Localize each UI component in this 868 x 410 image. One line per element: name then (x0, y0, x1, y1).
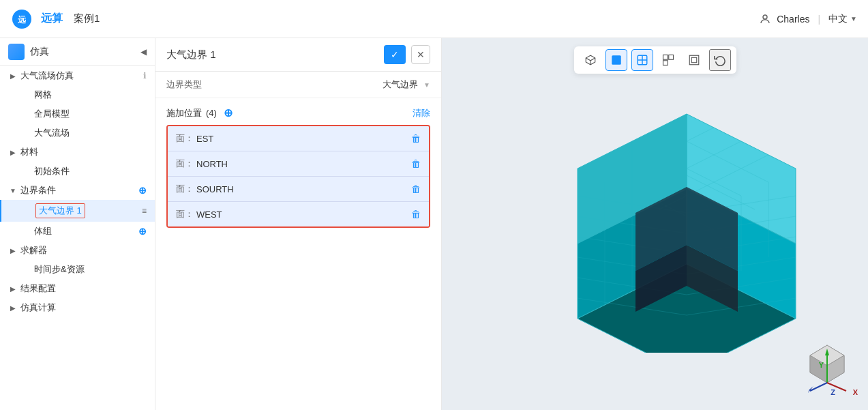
svg-line-48 (810, 383, 827, 391)
viewport[interactable]: Y Z X (442, 38, 868, 410)
z-axis-label: Z (830, 388, 835, 396)
y-axis-label: Y (819, 361, 824, 369)
sidebar-item-label: 仿真计算 (20, 302, 56, 314)
logo-icon: 远 (11, 8, 33, 30)
sidebar-item-global-model[interactable]: 全局模型 (0, 104, 155, 123)
sidebar-item-init-cond[interactable]: 初始条件 (0, 162, 155, 181)
face-name: NORTH (196, 159, 228, 169)
position-count: (4) (206, 108, 217, 118)
sidebar-item-label: 网格 (34, 89, 52, 101)
sidebar-header-left: 仿真 (8, 44, 49, 60)
solid-view-button[interactable] (605, 49, 627, 71)
position-title-text: 施加位置 (166, 107, 202, 119)
face-prefix: 面： (176, 158, 194, 170)
sidebar-header: 仿真 ◀ (0, 38, 155, 66)
svg-rect-5 (663, 55, 668, 60)
sidebar-title: 仿真 (30, 46, 49, 58)
sidebar-item-label: 时间步&资源 (34, 263, 85, 276)
sidebar-item-result-config[interactable]: ▶ 结果配置 (0, 279, 155, 298)
logo-text: 远算 (41, 12, 63, 26)
divider: | (818, 14, 820, 25)
delete-sourth-button[interactable]: 🗑 (411, 184, 421, 194)
sidebar-item-label: 初始条件 (34, 165, 70, 177)
sidebar-item-label: 大气边界 1 (35, 203, 85, 218)
svg-line-50 (827, 383, 846, 391)
face-name: SOURTH (196, 184, 234, 194)
position-item-sourth: 面： SOURTH 🗑 (168, 177, 429, 202)
sidebar-collapse-arrow[interactable]: ◀ (140, 47, 147, 57)
menu-icon[interactable]: ≡ (142, 206, 147, 216)
sidebar-item-label: 结果配置 (20, 282, 56, 295)
face-prefix: 面： (176, 132, 194, 145)
sidebar-item-label: 求解器 (20, 244, 47, 257)
3d-model (530, 93, 843, 355)
svg-point-2 (763, 15, 767, 19)
position-item-est: 面： EST 🗑 (168, 126, 429, 151)
sidebar-item-label: 大气流场仿真 (20, 70, 74, 82)
delete-west-button[interactable]: 🗑 (411, 209, 421, 220)
x-axis-label: X (853, 388, 858, 396)
face-prefix: 面： (176, 208, 194, 220)
sidebar-item-label: 体组 (34, 225, 52, 237)
sidebar-item-material[interactable]: ▶ 材料 (0, 143, 155, 162)
svg-text:远: 远 (18, 15, 27, 25)
position-header: 施加位置 (4) ⊕ 清除 (166, 106, 430, 119)
boundary-type-dropdown-arrow: ▼ (423, 81, 430, 89)
cancel-button[interactable]: ✕ (411, 45, 430, 64)
sidebar-item-body-group[interactable]: 体组 ⊕ (0, 222, 155, 241)
clear-button[interactable]: 清除 (413, 107, 430, 119)
sidebar-item-mesh[interactable]: 网格 (0, 85, 155, 104)
box-view-button[interactable] (580, 49, 601, 71)
position-item-label: 面： WEST (176, 208, 222, 220)
boundary-type-value-group[interactable]: 大气边界 ▼ (383, 78, 430, 91)
svg-rect-8 (689, 55, 699, 65)
position-add-button[interactable]: ⊕ (224, 106, 233, 119)
face-prefix: 面： (176, 183, 194, 195)
expand-icon: ▼ (8, 186, 18, 195)
wire-view-button[interactable] (631, 49, 653, 71)
position-item-west: 面： WEST 🗑 (168, 202, 429, 226)
sidebar: 仿真 ◀ ▶ 大气流场仿真 ℹ 网格 全局模型 (0, 38, 155, 410)
expand-icon: ▶ (8, 284, 18, 293)
sidebar-item-time-resource[interactable]: 时间步&资源 (0, 260, 155, 279)
expand-icon: ▶ (8, 147, 18, 157)
sidebar-item-label: 大气流场 (34, 127, 70, 139)
position-section: 施加位置 (4) ⊕ 清除 面： EST 🗑 面： NOR (166, 106, 430, 228)
content-panel: 大气边界 1 ✓ ✕ 边界类型 大气边界 ▼ 施加位置 (4) ⊕ 清除 (155, 38, 442, 410)
sidebar-item-boundary[interactable]: ▼ 边界条件 ⊕ (0, 181, 155, 200)
boundary-type-label: 边界类型 (166, 78, 202, 91)
info-icon: ℹ (143, 71, 147, 80)
axis-indicator (800, 342, 854, 396)
panel-header: 大气边界 1 ✓ ✕ (155, 38, 441, 72)
reset-view-button[interactable] (709, 49, 731, 71)
frame-view-button[interactable] (683, 49, 705, 71)
lang-selector[interactable]: 中文 ▼ (828, 13, 857, 25)
split-view-button[interactable] (657, 49, 679, 71)
boundary-type-row: 边界类型 大气边界 ▼ (155, 72, 441, 98)
sidebar-item-solver[interactable]: ▶ 求解器 (0, 241, 155, 260)
case-title: 案例1 (74, 12, 100, 25)
expand-icon: ▶ (8, 246, 18, 255)
main-layout: 仿真 ◀ ▶ 大气流场仿真 ℹ 网格 全局模型 (0, 38, 868, 410)
panel-actions: ✓ ✕ (384, 45, 430, 64)
svg-rect-6 (668, 55, 673, 60)
delete-north-button[interactable]: 🗑 (411, 158, 421, 169)
topbar-right: Charles | 中文 ▼ (759, 13, 857, 25)
confirm-button[interactable]: ✓ (384, 45, 406, 64)
user-icon (759, 13, 771, 25)
boundary-type-value: 大气边界 (383, 78, 418, 91)
svg-rect-3 (612, 55, 621, 65)
position-item-north: 面： NORTH 🗑 (168, 151, 429, 177)
sidebar-item-sim-calc[interactable]: ▶ 仿真计算 (0, 298, 155, 317)
svg-rect-7 (663, 61, 668, 65)
add-body-group-icon[interactable]: ⊕ (138, 226, 147, 237)
sidebar-item-atmo-sim[interactable]: ▶ 大气流场仿真 ℹ (0, 66, 155, 85)
delete-est-button[interactable]: 🗑 (411, 133, 421, 144)
sidebar-item-atmo-field[interactable]: 大气流场 (0, 123, 155, 143)
svg-rect-9 (691, 57, 697, 63)
sidebar-item-atmo-boundary1[interactable]: 大气边界 1 ≡ (0, 200, 155, 222)
user-name: Charles (777, 14, 809, 25)
position-title: 施加位置 (4) ⊕ (166, 106, 233, 119)
add-boundary-icon[interactable]: ⊕ (138, 185, 147, 196)
sidebar-item-label: 全局模型 (34, 108, 70, 120)
